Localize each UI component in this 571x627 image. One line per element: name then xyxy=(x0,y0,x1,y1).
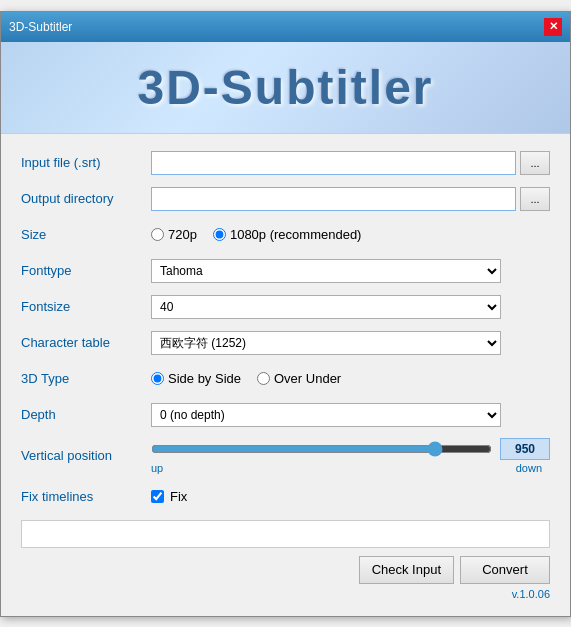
over-under-option[interactable]: Over Under xyxy=(257,371,341,386)
title-bar: 3D-Subtitler ✕ xyxy=(1,12,570,42)
size-720p-option[interactable]: 720p xyxy=(151,227,197,242)
fix-label: Fix xyxy=(170,489,187,504)
fonttype-row: Fonttype Tahoma Arial Verdana Times New … xyxy=(21,258,550,284)
header-banner: 3D-Subtitler xyxy=(1,42,570,134)
version-row: v.1.0.06 xyxy=(21,588,550,600)
side-by-side-label: Side by Side xyxy=(168,371,241,386)
slider-up-label: up xyxy=(151,462,163,474)
output-dir-browse-button[interactable]: ... xyxy=(520,187,550,211)
fix-checkbox[interactable] xyxy=(151,490,164,503)
size-1080p-radio[interactable] xyxy=(213,228,226,241)
fontsize-field: 20 24 28 32 36 40 44 48 52 xyxy=(151,295,550,319)
input-file-field: ... xyxy=(151,151,550,175)
input-file-browse-button[interactable]: ... xyxy=(520,151,550,175)
size-label: Size xyxy=(21,227,151,242)
version-label: v.1.0.06 xyxy=(512,588,550,600)
depth-field: 0 (no depth) 1 2 3 4 5 xyxy=(151,403,550,427)
slider-wrapper: 950 xyxy=(151,438,550,460)
size-720p-radio[interactable] xyxy=(151,228,164,241)
slider-container: 950 up down xyxy=(151,438,550,474)
fontsize-row: Fontsize 20 24 28 32 36 40 44 48 52 xyxy=(21,294,550,320)
size-1080p-label: 1080p (recommended) xyxy=(230,227,362,242)
fonttype-field: Tahoma Arial Verdana Times New Roman Cou… xyxy=(151,259,550,283)
over-under-label: Over Under xyxy=(274,371,341,386)
fix-timelines-row: Fix timelines Fix xyxy=(21,484,550,510)
size-720p-label: 720p xyxy=(168,227,197,242)
fix-timelines-field: Fix xyxy=(151,489,550,504)
output-dir-input[interactable] xyxy=(151,187,516,211)
slider-labels: up down xyxy=(151,462,550,474)
side-by-side-radio[interactable] xyxy=(151,372,164,385)
side-by-side-option[interactable]: Side by Side xyxy=(151,371,241,386)
depth-label: Depth xyxy=(21,407,151,422)
depth-row: Depth 0 (no depth) 1 2 3 4 5 xyxy=(21,402,550,428)
slider-down-label: down xyxy=(516,462,542,474)
fontsize-select[interactable]: 20 24 28 32 36 40 44 48 52 xyxy=(151,295,501,319)
fontsize-label: Fontsize xyxy=(21,299,151,314)
vertical-field: 950 up down xyxy=(151,438,550,474)
vertical-slider[interactable] xyxy=(151,441,492,457)
vertical-value-display: 950 xyxy=(500,438,550,460)
button-row: Check Input Convert xyxy=(21,556,550,584)
fix-timelines-label: Fix timelines xyxy=(21,489,151,504)
app-title: 3D-Subtitler xyxy=(21,60,550,115)
char-table-label: Character table xyxy=(21,335,151,350)
fonttype-label: Fonttype xyxy=(21,263,151,278)
type-3d-radio-group: Side by Side Over Under xyxy=(151,371,550,386)
over-under-radio[interactable] xyxy=(257,372,270,385)
size-row: Size 720p 1080p (recommended) xyxy=(21,222,550,248)
form-content: Input file (.srt) ... Output directory .… xyxy=(1,134,570,616)
status-bar xyxy=(21,520,550,548)
vertical-label: Vertical position xyxy=(21,448,151,463)
size-1080p-option[interactable]: 1080p (recommended) xyxy=(213,227,362,242)
input-file-row: Input file (.srt) ... xyxy=(21,150,550,176)
fonttype-select[interactable]: Tahoma Arial Verdana Times New Roman Cou… xyxy=(151,259,501,283)
size-radio-group: 720p 1080p (recommended) xyxy=(151,227,550,242)
main-window: 3D-Subtitler ✕ 3D-Subtitler Input file (… xyxy=(0,11,571,617)
convert-button[interactable]: Convert xyxy=(460,556,550,584)
char-table-field: 西欧字符 (1252) UTF-8 UTF-16 xyxy=(151,331,550,355)
output-dir-field: ... xyxy=(151,187,550,211)
input-file-input[interactable] xyxy=(151,151,516,175)
window-title: 3D-Subtitler xyxy=(9,20,72,34)
check-input-button[interactable]: Check Input xyxy=(359,556,454,584)
depth-select[interactable]: 0 (no depth) 1 2 3 4 5 xyxy=(151,403,501,427)
output-dir-label: Output directory xyxy=(21,191,151,206)
input-file-label: Input file (.srt) xyxy=(21,155,151,170)
close-button[interactable]: ✕ xyxy=(544,18,562,36)
char-table-select[interactable]: 西欧字符 (1252) UTF-8 UTF-16 xyxy=(151,331,501,355)
vertical-row: Vertical position 950 up down xyxy=(21,438,550,474)
output-dir-row: Output directory ... xyxy=(21,186,550,212)
char-table-row: Character table 西欧字符 (1252) UTF-8 UTF-16 xyxy=(21,330,550,356)
type-3d-label: 3D Type xyxy=(21,371,151,386)
type-3d-row: 3D Type Side by Side Over Under xyxy=(21,366,550,392)
